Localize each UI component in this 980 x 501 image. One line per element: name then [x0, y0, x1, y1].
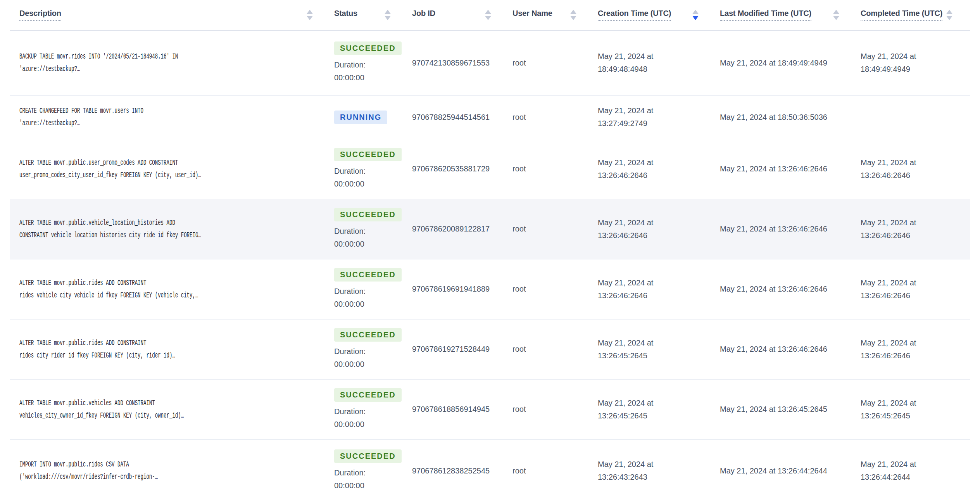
jobs-table-container: Description Status Job ID User Name [10, 0, 970, 501]
completed-time-cell [861, 95, 970, 139]
job-description-link[interactable]: CREATE CHANGEFEED FOR TABLE movr.users I… [19, 105, 143, 130]
status-badge: RUNNING [334, 111, 387, 124]
job-status-cell: SUCCEEDED Duration:00:00:00 [334, 199, 412, 259]
job-id-cell: 970742130859671553 [412, 30, 512, 95]
completed-time-cell: May 21, 2024 at18:49:49:4949 [861, 30, 970, 95]
last-modified-time-cell: May 21, 2024 at 18:50:36:5036 [720, 95, 861, 139]
table-row-highlighted: ALTER TABLE movr.public.vehicle_location… [10, 199, 970, 259]
creation-time-cell: May 21, 2024 at13:26:46:2646 [598, 199, 720, 259]
column-header-completed-time[interactable]: Completed Time (UTC) [861, 0, 970, 30]
sort-arrows-icon[interactable] [833, 10, 839, 20]
job-description-cell: ALTER TABLE movr.public.vehicles ADD CON… [10, 379, 334, 439]
job-description-link[interactable]: BACKUP TABLE movr.rides INTO '/2024/05/2… [19, 50, 178, 75]
creation-time-cell: May 21, 2024 at13:26:43:2643 [598, 439, 720, 501]
completed-time-cell: May 21, 2024 at13:26:44:2644 [861, 439, 970, 501]
job-description-cell: ALTER TABLE movr.public.user_promo_codes… [10, 139, 334, 199]
status-badge: SUCCEEDED [334, 208, 402, 221]
column-header-description[interactable]: Description [10, 0, 334, 30]
status-badge: SUCCEEDED [334, 148, 402, 161]
job-description-cell: IMPORT INTO movr.public.rides CSV DATA('… [10, 439, 334, 501]
completed-time-cell: May 21, 2024 at13:26:46:2646 [861, 199, 970, 259]
sort-arrows-icon[interactable] [946, 10, 952, 20]
table-body: BACKUP TABLE movr.rides INTO '/2024/05/2… [10, 30, 970, 501]
job-id-cell: 970678619271528449 [412, 319, 512, 379]
status-badge: SUCCEEDED [334, 449, 402, 463]
job-description-link[interactable]: ALTER TABLE movr.public.rides ADD CONSTR… [19, 277, 198, 302]
last-modified-time-cell: May 21, 2024 at 13:26:45:2645 [720, 379, 861, 439]
job-id-cell: 970678619691941889 [412, 259, 512, 319]
job-duration: Duration:00:00:00 [334, 59, 391, 84]
column-label: Creation Time (UTC) [598, 9, 671, 21]
job-description-cell: ALTER TABLE movr.public.vehicle_location… [10, 199, 334, 259]
job-duration: Duration:00:00:00 [334, 345, 391, 371]
sort-arrows-icon[interactable] [307, 10, 313, 20]
job-status-cell: RUNNING [334, 95, 412, 139]
last-modified-time-cell: May 21, 2024 at 13:26:46:2646 [720, 199, 861, 259]
creation-time-cell: May 21, 2024 at13:26:45:2645 [598, 379, 720, 439]
column-header-creation-time[interactable]: Creation Time (UTC) [598, 0, 720, 30]
user-name-cell: root [512, 30, 598, 95]
job-description-cell: ALTER TABLE movr.public.rides ADD CONSTR… [10, 259, 334, 319]
jobs-table: Description Status Job ID User Name [10, 0, 970, 501]
job-description-link[interactable]: ALTER TABLE movr.public.rides ADD CONSTR… [19, 337, 175, 362]
job-id-cell: 970678620089122817 [412, 199, 512, 259]
job-description-link[interactable]: ALTER TABLE movr.public.vehicle_location… [19, 217, 201, 242]
job-status-cell: SUCCEEDED Duration:00:00:00 [334, 319, 412, 379]
sort-arrows-icon[interactable] [485, 10, 491, 20]
job-status-cell: SUCCEEDED Duration:00:00:00 [334, 379, 412, 439]
table-row: ALTER TABLE movr.public.rides ADD CONSTR… [10, 319, 970, 379]
table-row: ALTER TABLE movr.public.rides ADD CONSTR… [10, 259, 970, 319]
table-row: CREATE CHANGEFEED FOR TABLE movr.users I… [10, 95, 970, 139]
job-id-cell: 970678612838252545 [412, 439, 512, 501]
user-name-cell: root [512, 259, 598, 319]
column-header-last-modified-time[interactable]: Last Modified Time (UTC) [720, 0, 861, 30]
completed-time-cell: May 21, 2024 at13:26:46:2646 [861, 259, 970, 319]
table-row: IMPORT INTO movr.public.rides CSV DATA('… [10, 439, 970, 501]
user-name-cell: root [512, 199, 598, 259]
job-id-cell: 970678825944514561 [412, 95, 512, 139]
last-modified-time-cell: May 21, 2024 at 13:26:46:2646 [720, 259, 861, 319]
column-label: Description [19, 9, 61, 21]
column-label: Job ID [412, 9, 435, 21]
job-id-cell: 970678618856914945 [412, 379, 512, 439]
user-name-cell: root [512, 95, 598, 139]
job-description-link[interactable]: ALTER TABLE movr.public.vehicles ADD CON… [19, 397, 184, 422]
job-duration: Duration:00:00:00 [334, 165, 391, 190]
user-name-cell: root [512, 319, 598, 379]
status-badge: SUCCEEDED [334, 328, 402, 342]
user-name-cell: root [512, 439, 598, 501]
column-header-status[interactable]: Status [334, 0, 412, 30]
table-row: ALTER TABLE movr.public.vehicles ADD CON… [10, 379, 970, 439]
column-header-job-id[interactable]: Job ID [412, 0, 512, 30]
job-description-link[interactable]: IMPORT INTO movr.public.rides CSV DATA('… [19, 458, 158, 483]
completed-time-cell: May 21, 2024 at13:26:46:2646 [861, 319, 970, 379]
status-badge: SUCCEEDED [334, 268, 402, 282]
column-label: User Name [512, 9, 552, 21]
column-label: Last Modified Time (UTC) [720, 9, 811, 21]
last-modified-time-cell: May 21, 2024 at 13:26:46:2646 [720, 319, 861, 379]
job-id-cell: 970678620535881729 [412, 139, 512, 199]
table-row: BACKUP TABLE movr.rides INTO '/2024/05/2… [10, 30, 970, 95]
creation-time-cell: May 21, 2024 at13:26:45:2645 [598, 319, 720, 379]
user-name-cell: root [512, 379, 598, 439]
creation-time-cell: May 21, 2024 at13:27:49:2749 [598, 95, 720, 139]
last-modified-time-cell: May 21, 2024 at 18:49:49:4949 [720, 30, 861, 95]
sort-arrows-icon[interactable] [385, 10, 391, 20]
job-status-cell: SUCCEEDED Duration:00:00:00 [334, 139, 412, 199]
job-duration: Duration:00:00:00 [334, 225, 391, 250]
job-status-cell: SUCCEEDED Duration:00:00:00 [334, 259, 412, 319]
job-description-link[interactable]: ALTER TABLE movr.public.user_promo_codes… [19, 157, 201, 181]
sort-arrows-icon[interactable] [570, 10, 576, 20]
column-header-user-name[interactable]: User Name [512, 0, 598, 30]
status-badge: SUCCEEDED [334, 388, 402, 402]
job-duration: Duration:00:00:00 [334, 405, 391, 431]
creation-time-cell: May 21, 2024 at13:26:46:2646 [598, 259, 720, 319]
sort-arrows-icon-active-desc[interactable] [692, 10, 699, 20]
column-label: Status [334, 9, 357, 21]
last-modified-time-cell: May 21, 2024 at 13:26:46:2646 [720, 139, 861, 199]
job-duration: Duration:00:00:00 [334, 285, 391, 311]
column-label: Completed Time (UTC) [861, 9, 942, 21]
creation-time-cell: May 21, 2024 at13:26:46:2646 [598, 139, 720, 199]
creation-time-cell: May 21, 2024 at18:49:48:4948 [598, 30, 720, 95]
last-modified-time-cell: May 21, 2024 at 13:26:44:2644 [720, 439, 861, 501]
